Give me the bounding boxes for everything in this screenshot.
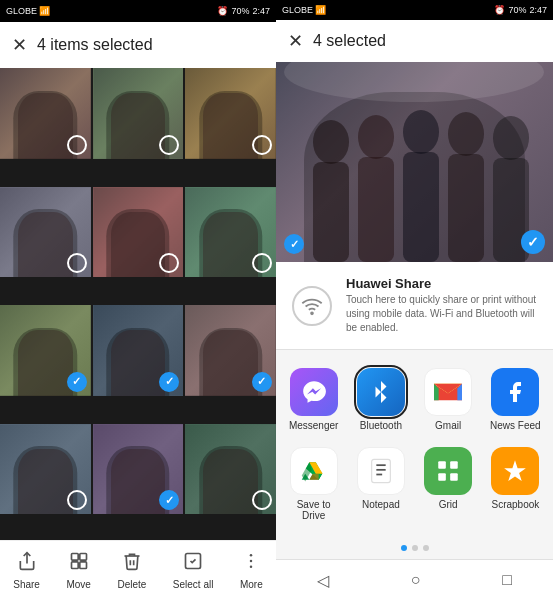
app-item-newsfeed[interactable]: News Feed: [482, 360, 549, 439]
drive-svg: [300, 457, 328, 485]
check-6: [252, 253, 272, 273]
svg-point-12: [358, 115, 394, 159]
huawei-share-icon: [292, 286, 332, 326]
svg-point-14: [403, 110, 439, 154]
notepad-icon: [357, 447, 405, 495]
photo-cell-3[interactable]: [185, 68, 276, 159]
photo-cell-12[interactable]: [185, 424, 276, 515]
photo-cell-2[interactable]: [93, 68, 184, 159]
check-7: [67, 372, 87, 392]
huawei-share-row[interactable]: Huawei Share Touch here to quickly share…: [276, 262, 553, 350]
main-photo-area[interactable]: ✓: [276, 62, 553, 262]
delete-icon: [122, 551, 142, 576]
right-alarm: ⏰: [494, 5, 505, 15]
photo-cell-6[interactable]: [185, 187, 276, 278]
svg-point-18: [493, 116, 529, 160]
photo-silhouette-svg: [276, 62, 553, 262]
gmail-svg: [434, 381, 462, 403]
move-icon: [69, 551, 89, 576]
delete-toolbar-item[interactable]: Delete: [117, 551, 146, 590]
check-12: [252, 490, 272, 510]
left-time: 2:47: [252, 6, 270, 16]
messenger-svg: [301, 379, 327, 405]
check-2: [159, 135, 179, 155]
delete-label: Delete: [117, 579, 146, 590]
check-9: [252, 372, 272, 392]
more-toolbar-item[interactable]: More: [240, 551, 263, 590]
photo-cell-10[interactable]: [0, 424, 91, 515]
photo-cell-11[interactable]: [93, 424, 184, 515]
bluetooth-icon: [357, 368, 405, 416]
recent-button[interactable]: □: [486, 563, 528, 597]
select-all-label: Select all: [173, 579, 214, 590]
app-item-gmail[interactable]: Gmail: [415, 360, 482, 439]
right-selection-title: 4 selected: [313, 32, 386, 50]
right-close-button[interactable]: ✕: [288, 30, 303, 52]
app-item-grid[interactable]: Grid: [415, 439, 482, 529]
photo-cell-7[interactable]: [0, 305, 91, 396]
svg-rect-2: [80, 554, 87, 561]
right-status-bar: GLOBE 📶 ⏰ 70% 2:47: [276, 0, 553, 20]
share-toolbar-item[interactable]: Share: [13, 551, 40, 590]
photo-cell-4[interactable]: [0, 187, 91, 278]
share-sheet: Huawei Share Touch here to quickly share…: [276, 262, 553, 559]
dot-3: [423, 545, 429, 551]
select-all-toolbar-item[interactable]: Select all: [173, 551, 214, 590]
home-button[interactable]: ○: [395, 563, 437, 597]
svg-point-16: [448, 112, 484, 156]
wifi-icon: [301, 295, 323, 317]
svg-point-7: [250, 560, 253, 563]
left-close-button[interactable]: ✕: [12, 34, 27, 56]
app-item-scrapbook[interactable]: Scrapbook: [482, 439, 549, 529]
left-panel: GLOBE 📶 ⏰ 70% 2:47 ✕ 4 items selected: [0, 0, 276, 600]
right-status-left: GLOBE 📶: [282, 5, 326, 15]
check-1: [67, 135, 87, 155]
facebook-icon: [491, 368, 539, 416]
app-grid: Messenger Bluetooth: [276, 350, 553, 539]
svg-rect-17: [448, 154, 484, 262]
back-button[interactable]: ◁: [301, 563, 345, 598]
left-top-bar: ✕ 4 items selected: [0, 22, 276, 68]
gmail-label: Gmail: [435, 420, 461, 431]
photo-cell-8[interactable]: [93, 305, 184, 396]
huawei-share-description: Touch here to quickly share or print wit…: [346, 293, 537, 335]
left-status-right: ⏰ 70% 2:47: [217, 6, 270, 16]
bluetooth-svg: [369, 380, 393, 404]
left-alarm: ⏰: [217, 6, 228, 16]
svg-point-6: [250, 554, 253, 557]
app-item-drive[interactable]: Save to Drive: [280, 439, 347, 529]
messenger-icon: [290, 368, 338, 416]
check-10: [67, 490, 87, 510]
main-photo-bg: [276, 62, 553, 262]
move-toolbar-item[interactable]: Move: [66, 551, 90, 590]
right-signal: 📶: [315, 5, 326, 15]
photo-cell-5[interactable]: [93, 187, 184, 278]
svg-rect-25: [438, 462, 446, 470]
dot-2: [412, 545, 418, 551]
facebook-svg: [503, 380, 527, 404]
app-item-messenger[interactable]: Messenger: [280, 360, 347, 439]
svg-rect-15: [403, 152, 439, 262]
right-status-right: ⏰ 70% 2:47: [494, 5, 547, 15]
left-signal: 📶: [39, 6, 50, 16]
left-bottom-toolbar: Share Move Delet: [0, 540, 276, 600]
select-all-icon: [183, 551, 203, 576]
newsfeed-label: News Feed: [490, 420, 541, 431]
notepad-label: Notepad: [362, 499, 400, 510]
left-carrier: GLOBE: [6, 6, 37, 16]
dot-1: [401, 545, 407, 551]
svg-point-9: [284, 62, 544, 102]
svg-rect-26: [450, 462, 458, 470]
move-label: Move: [66, 579, 90, 590]
photo-cell-9[interactable]: [185, 305, 276, 396]
svg-rect-27: [438, 474, 446, 482]
svg-rect-28: [450, 474, 458, 482]
app-item-notepad[interactable]: Notepad: [347, 439, 414, 529]
app-item-bluetooth[interactable]: Bluetooth: [347, 360, 414, 439]
drive-label: Save to Drive: [284, 499, 343, 521]
check-4: [67, 253, 87, 273]
photo-cell-1[interactable]: [0, 68, 91, 159]
svg-rect-11: [313, 162, 349, 262]
huawei-share-title: Huawei Share: [346, 276, 537, 291]
svg-point-20: [311, 312, 313, 314]
